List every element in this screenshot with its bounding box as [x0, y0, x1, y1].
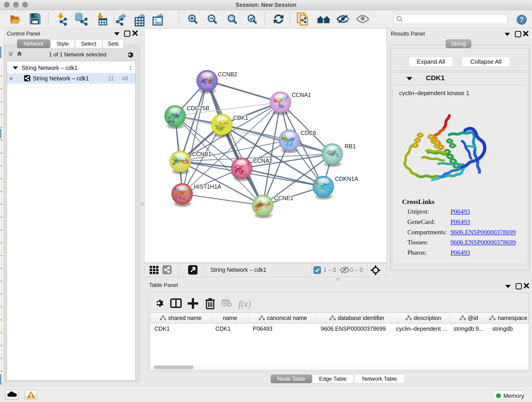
svg-text:RB1: RB1: [345, 143, 356, 149]
svg-text:CCNB2: CCNB2: [218, 71, 237, 77]
svg-text:CDK1: CDK1: [233, 115, 248, 121]
svg-text:HIST1H1A: HIST1H1A: [194, 183, 221, 190]
svg-text:CCNA1: CCNA1: [292, 92, 311, 98]
svg-text:CDC6: CDC6: [301, 130, 316, 136]
svg-text:CCNA2: CCNA2: [253, 157, 272, 164]
svg-text:CCNB1: CCNB1: [192, 151, 211, 157]
svg-text:f(x): f(x): [238, 299, 251, 309]
svg-text:CCNE1: CCNE1: [274, 195, 293, 201]
svg-text:CDC25B: CDC25B: [187, 105, 209, 111]
svg-text:CDKN1A: CDKN1A: [335, 176, 358, 182]
